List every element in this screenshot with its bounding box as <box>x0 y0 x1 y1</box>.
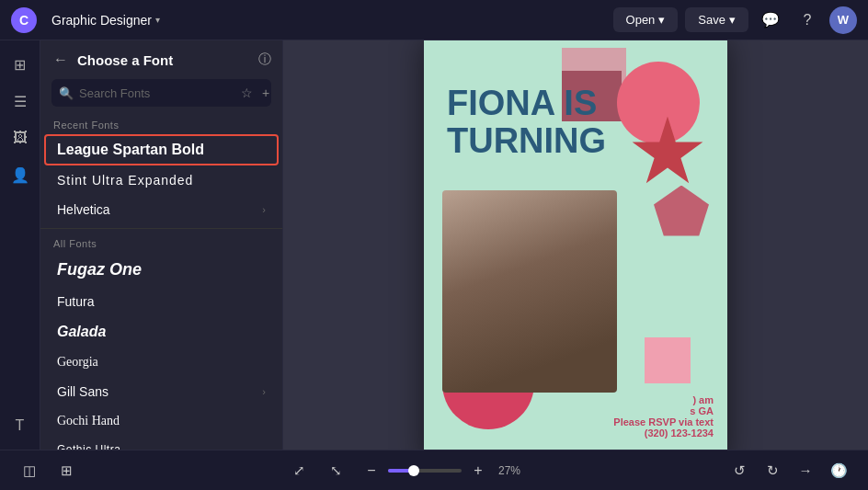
project-name-button[interactable]: Graphic Designer ▾ <box>44 9 167 31</box>
forward-button[interactable]: → <box>791 456 820 485</box>
layers-toggle-button[interactable]: ◫ <box>15 456 44 485</box>
favorites-button[interactable]: ☆ <box>239 84 255 102</box>
project-chevron-icon: ▾ <box>155 15 160 25</box>
expand-button[interactable]: ⤢ <box>285 456 314 485</box>
canvas-area: FIONA IS TURNING ) am s GA Please RSVP v… <box>283 40 868 450</box>
search-input[interactable] <box>79 86 234 100</box>
history-button[interactable]: 🕐 <box>824 456 853 485</box>
font-name: Fugaz One <box>57 260 142 279</box>
card-bottom-line3: Please RSVP via text <box>613 416 714 427</box>
card-bottom-line1: ) am <box>613 394 714 405</box>
font-item-gill-sans[interactable]: Gill Sans › <box>44 377 279 406</box>
chevron-right-icon: › <box>262 204 266 215</box>
info-button[interactable]: ⓘ <box>258 51 271 68</box>
zoom-controls: − + 27% <box>359 458 520 484</box>
zoom-out-button[interactable]: − <box>359 458 384 484</box>
search-icon: 🔍 <box>59 86 74 100</box>
search-bar: 🔍 ☆ + <box>51 79 271 107</box>
redo-button[interactable]: ↻ <box>758 456 787 485</box>
font-name: Helvetica <box>57 202 110 217</box>
topbar: C Graphic Designer ▾ Open ▾ Save ▾ 💬 ? W <box>0 0 868 40</box>
font-name: Gochi Hand <box>57 414 120 428</box>
project-name-label: Graphic Designer <box>51 13 152 28</box>
card-bottom-line4: (320) 123-1234 <box>613 427 714 439</box>
open-chevron-icon: ▾ <box>658 13 665 27</box>
font-panel: ← Choose a Font ⓘ 🔍 ☆ + Recent Fonts Lea… <box>40 40 283 450</box>
divider <box>40 228 282 229</box>
grid-toggle-button[interactable]: ⊞ <box>51 456 81 485</box>
font-name: Gothic Ultra <box>57 443 120 450</box>
font-name: Galada <box>57 324 106 340</box>
decoration-pentagon <box>654 186 709 236</box>
save-chevron-icon: ▾ <box>729 13 736 27</box>
font-name: Stint Ultra Expanded <box>57 173 193 188</box>
recent-fonts-label: Recent Fonts <box>40 114 282 134</box>
zoom-percent-label: 27% <box>498 464 520 477</box>
font-name: Futura <box>57 294 94 309</box>
sidebar-item-elements[interactable]: ⊞ <box>4 48 37 81</box>
sidebar-icons: ⊞ ☰ 🖼 👤 T <box>0 40 40 450</box>
canvas-card: FIONA IS TURNING ) am s GA Please RSVP v… <box>424 40 727 450</box>
font-name: League Spartan Bold <box>57 142 204 158</box>
font-list: Recent Fonts League Spartan Bold Stint U… <box>40 114 282 450</box>
card-photo-placeholder <box>442 190 617 393</box>
card-bottom-text: ) am s GA Please RSVP via text (320) 123… <box>613 394 714 439</box>
undo-button[interactable]: ↺ <box>725 456 754 485</box>
main-area: ⊞ ☰ 🖼 👤 T ← Choose a Font ⓘ 🔍 ☆ + Recent… <box>0 40 868 450</box>
fit-button[interactable]: ⤡ <box>322 456 351 485</box>
all-fonts-label: All Fonts <box>40 233 282 253</box>
decoration-circle-pink <box>617 62 700 144</box>
sidebar-item-apps[interactable]: ☰ <box>4 85 37 118</box>
open-button[interactable]: Open ▾ <box>613 7 679 32</box>
bottombar: ◫ ⊞ ⤢ ⤡ − + 27% ↺ ↻ → 🕐 <box>0 450 868 490</box>
panel-title: Choose a Font <box>77 52 251 68</box>
save-button[interactable]: Save ▾ <box>685 7 748 32</box>
sidebar-item-layers[interactable]: 🖼 <box>4 121 37 154</box>
chevron-right-icon: › <box>262 386 266 397</box>
sidebar-item-people[interactable]: 👤 <box>4 158 37 191</box>
font-item-futura[interactable]: Futura <box>44 287 279 316</box>
zoom-slider-thumb <box>408 465 419 476</box>
font-item-fugaz-one[interactable]: Fugaz One <box>44 253 279 287</box>
card-title-line1: FIONA IS <box>447 85 606 123</box>
canvas-viewport[interactable]: FIONA IS TURNING ) am s GA Please RSVP v… <box>283 40 868 450</box>
logo: C <box>11 7 37 33</box>
zoom-slider-fill <box>388 469 410 473</box>
back-button[interactable]: ← <box>51 50 70 70</box>
card-photo <box>442 190 617 393</box>
font-item-stint-ultra[interactable]: Stint Ultra Expanded <box>44 165 279 195</box>
font-item-georgia[interactable]: Georgia <box>44 348 279 377</box>
help-button[interactable]: ? <box>793 6 822 35</box>
decoration-rect-small <box>645 337 691 383</box>
font-item-galada[interactable]: Galada <box>44 316 279 348</box>
card-title-line2: TURNING <box>447 122 606 161</box>
font-item-league-spartan[interactable]: League Spartan Bold <box>44 134 279 165</box>
chat-button[interactable]: 💬 <box>756 6 785 35</box>
font-panel-header: ← Choose a Font ⓘ <box>40 40 282 79</box>
card-bottom-line2: s GA <box>613 405 714 416</box>
font-item-gothic-ultra[interactable]: Gothic Ultra <box>44 436 279 450</box>
font-item-gochi-hand[interactable]: Gochi Hand <box>44 406 279 436</box>
card-title-area: FIONA IS TURNING <box>447 85 606 162</box>
avatar[interactable]: W <box>829 6 857 34</box>
zoom-in-button[interactable]: + <box>465 458 491 484</box>
undo-redo-controls: ↺ ↻ → 🕐 <box>725 456 853 485</box>
font-name: Gill Sans <box>57 384 108 399</box>
sidebar-item-text[interactable]: T <box>4 409 37 442</box>
font-item-helvetica[interactable]: Helvetica › <box>44 195 279 224</box>
add-font-button[interactable]: + <box>260 84 271 102</box>
font-name: Georgia <box>57 355 98 370</box>
zoom-slider[interactable] <box>388 469 462 473</box>
